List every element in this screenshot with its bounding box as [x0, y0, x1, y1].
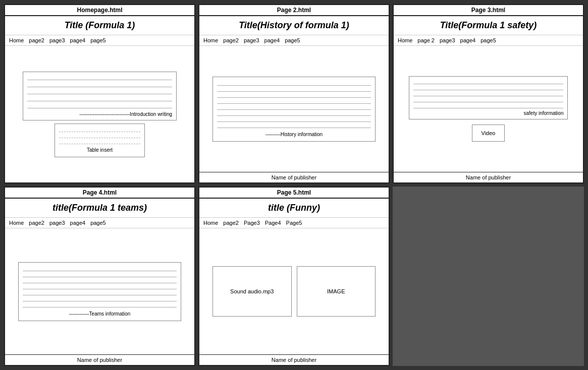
page5-image-box: IMAGE — [297, 266, 376, 317]
page3-video-label: Video — [482, 130, 496, 136]
page1-line1 — [27, 75, 172, 80]
page2-hline6 — [217, 111, 371, 116]
page4-teams-box: ------------Teams information — [18, 262, 181, 321]
page1-nav-4[interactable]: page4 — [70, 37, 86, 43]
page1-intro-box: ------------------------------Introducti… — [23, 72, 177, 120]
page4-teams-label: ------------Teams information — [23, 310, 177, 317]
page3-nav-3[interactable]: page3 — [440, 37, 455, 43]
page1-line2 — [27, 82, 172, 87]
page1-content: ------------------------------Introducti… — [5, 46, 194, 182]
page1-nav-5[interactable]: page5 — [90, 37, 106, 43]
page5-audio-box[interactable]: Sound audio.mp3 — [212, 266, 292, 317]
page1-header: Homepage.html — [5, 5, 194, 16]
page3-sline2 — [413, 86, 564, 90]
page3-sline5 — [413, 104, 564, 108]
page4-content: ------------Teams information — [5, 228, 194, 354]
page5-audio-label: Sound audio.mp3 — [230, 288, 274, 294]
page3-title: Title(Formula 1 safety) — [394, 16, 583, 35]
page4-nav-5[interactable]: page5 — [90, 220, 106, 226]
page2-hline1 — [217, 81, 371, 86]
page2-header: Page 2.html — [199, 5, 389, 16]
page1-line3 — [27, 89, 172, 94]
page3-nav-home[interactable]: Home — [398, 37, 412, 43]
page2-nav-home[interactable]: Home — [203, 37, 218, 43]
page2-nav-4[interactable]: page4 — [264, 37, 280, 43]
page5-image-label: IMAGE — [327, 288, 345, 294]
page1-nav-2[interactable]: page2 — [29, 37, 44, 43]
page3-sline1 — [413, 80, 564, 84]
page3-header: Page 3.html — [394, 5, 583, 16]
page5-nav-2[interactable]: page2 — [223, 220, 239, 226]
page2-nav: Home page2 page3 page4 page5 — [199, 35, 389, 46]
page4-tline2 — [23, 273, 177, 277]
page5-footer: Name of publisher — [199, 354, 389, 365]
page5-nav-3[interactable]: Page3 — [244, 220, 260, 226]
page1-intro-label: ------------------------------Introducti… — [27, 110, 172, 117]
page3-card: Page 3.html Title(Formula 1 safety) Home… — [393, 4, 584, 183]
page5-title: title (Funny) — [199, 199, 389, 218]
page3-video-box[interactable]: Video — [472, 125, 505, 142]
page2-hline8 — [217, 124, 371, 128]
page2-hline3 — [217, 93, 371, 98]
page2-history-box: ---------History information — [212, 77, 376, 142]
page4-tline7 — [23, 303, 177, 307]
page1-card: Homepage.html Title (Formula 1) Home pag… — [4, 4, 195, 183]
page2-card: Page 2.html Title(History of formula 1) … — [198, 4, 390, 183]
page2-hline2 — [217, 87, 371, 92]
page3-safety-box: safety information — [409, 76, 568, 119]
page2-hline7 — [217, 117, 371, 122]
page5-nav-4[interactable]: Page4 — [265, 220, 281, 226]
page4-card: Page 4.html title(Formula 1 teams) Home … — [4, 187, 195, 366]
page1-table-lines — [59, 128, 141, 144]
page4-tline3 — [23, 279, 177, 283]
page2-footer: Name of publisher — [199, 172, 389, 182]
page2-nav-2[interactable]: page2 — [223, 37, 239, 43]
page4-nav-3[interactable]: page3 — [49, 220, 65, 226]
page4-teams-lines — [23, 267, 177, 307]
page4-header: Page 4.html — [5, 188, 194, 199]
page4-nav-2[interactable]: page2 — [29, 220, 44, 226]
page5-media-row: Sound audio.mp3 IMAGE — [212, 266, 376, 317]
page3-footer: Name of publisher — [394, 172, 583, 182]
page1-tline2 — [59, 134, 141, 138]
page4-tline5 — [23, 291, 177, 295]
page2-title: Title(History of formula 1) — [199, 16, 389, 35]
page5-nav-home[interactable]: Home — [203, 220, 218, 226]
page2-hline5 — [217, 105, 371, 110]
page3-sline4 — [413, 98, 564, 102]
page4-nav: Home page2 page3 page4 page5 — [5, 218, 194, 228]
page1-nav: Home page2 page3 page4 page5 — [5, 35, 194, 46]
page4-tline4 — [23, 285, 177, 289]
page1-tline1 — [59, 128, 141, 132]
page5-header: Page 5.html — [199, 188, 389, 199]
page5-nav: Home page2 Page3 Page4 Page5 — [199, 218, 389, 228]
page1-tline3 — [59, 140, 141, 144]
main-grid: Homepage.html Title (Formula 1) Home pag… — [4, 4, 584, 366]
page1-nav-3[interactable]: page3 — [49, 37, 65, 43]
page3-nav-2[interactable]: page 2 — [417, 37, 435, 43]
page5-content: Sound audio.mp3 IMAGE — [199, 228, 389, 354]
page1-table-box: Table insert — [55, 124, 145, 157]
page2-history-label: ---------History information — [217, 130, 371, 137]
page4-tline6 — [23, 297, 177, 301]
page3-safety-lines — [413, 80, 564, 108]
page1-line4 — [27, 96, 172, 101]
page2-history-lines — [217, 81, 371, 128]
page4-tline1 — [23, 267, 177, 271]
page4-nav-4[interactable]: page4 — [70, 220, 86, 226]
page3-sline3 — [413, 92, 564, 96]
empty-cell — [393, 187, 584, 366]
page1-table-label: Table insert — [59, 147, 141, 153]
page2-nav-5[interactable]: page5 — [285, 37, 300, 43]
page1-nav-home[interactable]: Home — [9, 37, 24, 43]
page1-line5 — [27, 103, 172, 108]
page4-footer: Name of publisher — [5, 354, 194, 365]
page3-nav-4[interactable]: page4 — [460, 37, 476, 43]
page3-nav-5[interactable]: page5 — [480, 37, 496, 43]
page3-content: safety information Video — [394, 46, 583, 172]
page5-nav-5[interactable]: Page5 — [286, 220, 302, 226]
page4-nav-home[interactable]: Home — [9, 220, 24, 226]
page2-content: ---------History information — [199, 46, 389, 172]
page4-title: title(Formula 1 teams) — [5, 199, 194, 218]
page2-nav-3[interactable]: page3 — [244, 37, 259, 43]
